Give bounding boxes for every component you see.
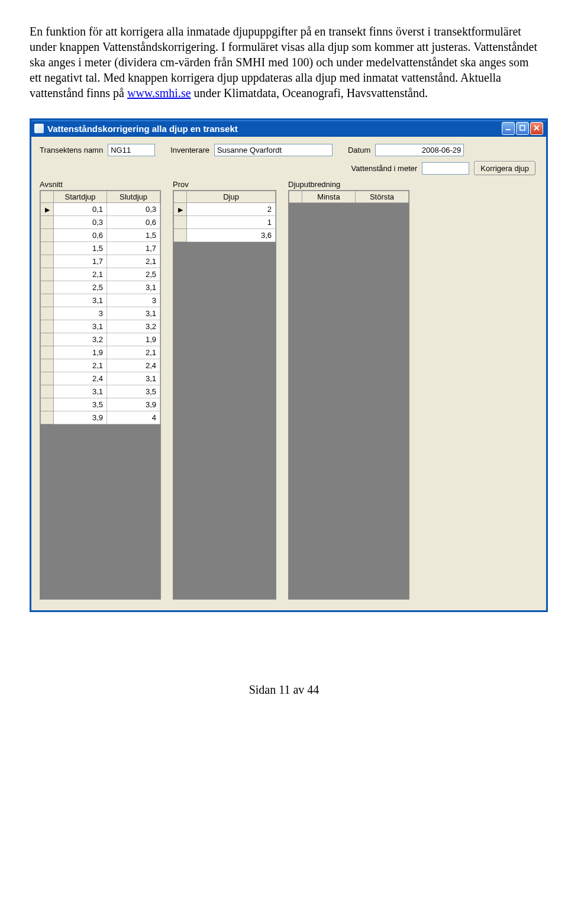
row-selector[interactable] [174,216,187,229]
cell[interactable]: 3 [107,294,160,307]
cell[interactable]: 3,1 [54,294,107,307]
table-row[interactable]: 0,61,5 [41,229,160,242]
cell[interactable]: 3,9 [107,398,160,411]
datum-input[interactable] [375,144,464,156]
row-selector[interactable] [41,320,54,333]
table-row[interactable]: 3,21,9 [41,333,160,346]
row-selector[interactable] [41,242,54,255]
cell[interactable]: 2,4 [54,372,107,385]
cell[interactable]: 1,9 [54,346,107,359]
cell[interactable]: 2,4 [107,359,160,372]
cell[interactable]: 0,6 [107,216,160,229]
row-selector[interactable] [41,411,54,424]
table-row[interactable]: 2,12,4 [41,359,160,372]
table-row[interactable]: 0,30,6 [41,216,160,229]
row-selector[interactable] [41,359,54,372]
cell[interactable]: 0,3 [107,203,160,216]
row-selector[interactable] [41,281,54,294]
cell[interactable]: 3,1 [107,372,160,385]
table-row[interactable]: 2,43,1 [41,372,160,385]
cell[interactable]: 1,5 [54,242,107,255]
smhi-link[interactable]: www.smhi.se [127,86,191,99]
maximize-button[interactable] [516,122,529,135]
row-selector[interactable] [41,398,54,411]
table-row[interactable]: 1,51,7 [41,242,160,255]
table-row[interactable]: 1,72,1 [41,255,160,268]
cell[interactable]: 2,5 [107,268,160,281]
table-row[interactable]: 3,13,5 [41,385,160,398]
avsnitt-grid-wrap: Avsnitt Startdjup Slutdjup ▶0,10,30,30,6… [40,180,161,600]
table-row[interactable]: ▶2 [174,203,276,216]
row-selector[interactable]: ▶ [41,203,54,216]
table-row[interactable]: 3,6 [174,229,276,242]
row-selector[interactable] [41,216,54,229]
paragraph-text-b: under Klimatdata, Oceanografi, Havsvatte… [191,86,428,99]
inventerare-input[interactable] [214,144,333,156]
row-selector[interactable] [41,385,54,398]
cell[interactable]: 1,9 [107,333,160,346]
table-row[interactable]: 3,13,2 [41,320,160,333]
table-row[interactable]: 2,53,1 [41,281,160,294]
cell[interactable]: 2,1 [54,359,107,372]
cell[interactable]: 1 [187,216,276,229]
close-button[interactable] [530,122,543,135]
row-selector[interactable] [41,307,54,320]
table-header-row: Minsta Största [289,191,409,203]
row-selector[interactable] [41,255,54,268]
djuputbredning-title: Djuputbredning [288,180,409,189]
row-selector[interactable] [174,229,187,242]
row-selector[interactable] [41,346,54,359]
cell[interactable]: 3,1 [54,320,107,333]
row-selector[interactable] [41,372,54,385]
cell[interactable]: 2,1 [107,346,160,359]
avsnitt-grid[interactable]: Startdjup Slutdjup ▶0,10,30,30,60,61,51,… [40,190,161,600]
row-selector[interactable] [41,294,54,307]
cell[interactable]: 1,7 [54,255,107,268]
djuputbredning-grid[interactable]: Minsta Största [288,190,409,600]
cell[interactable]: 3,9 [54,411,107,424]
djuputbredning-grid-wrap: Djuputbredning Minsta Största [288,180,409,600]
cell[interactable]: 2,5 [54,281,107,294]
cell[interactable]: 4 [107,411,160,424]
table-row[interactable]: ▶0,10,3 [41,203,160,216]
cell[interactable]: 2 [187,203,276,216]
minimize-button[interactable] [502,122,515,135]
row-selector[interactable] [41,229,54,242]
svg-rect-1 [520,125,525,130]
table-row[interactable]: 2,12,5 [41,268,160,281]
grids-container: Avsnitt Startdjup Slutdjup ▶0,10,30,30,6… [40,180,538,600]
maximize-icon [519,125,525,131]
table-row[interactable]: 1 [174,216,276,229]
cell[interactable]: 3,2 [107,320,160,333]
cell[interactable]: 3,1 [107,281,160,294]
vattenstand-input[interactable] [422,162,469,175]
cell[interactable]: 3 [54,307,107,320]
cell[interactable]: 2,1 [107,255,160,268]
cell[interactable]: 0,1 [54,203,107,216]
table-row[interactable]: 3,94 [41,411,160,424]
table-row[interactable]: 1,92,1 [41,346,160,359]
cell[interactable]: 0,3 [54,216,107,229]
table-row[interactable]: 33,1 [41,307,160,320]
table-row[interactable]: 3,53,9 [41,398,160,411]
cell[interactable]: 3,1 [107,307,160,320]
cell[interactable]: 0,6 [54,229,107,242]
prov-title: Prov [173,180,276,189]
titlebar: Vattenståndskorrigering alla djup en tra… [31,120,546,137]
korrigera-djup-button[interactable]: Korrigera djup [474,161,535,175]
row-selector[interactable] [41,333,54,346]
window-controls [502,122,543,135]
transekt-input[interactable] [108,144,155,156]
cell[interactable]: 3,1 [54,385,107,398]
cell[interactable]: 3,5 [54,398,107,411]
row-selector[interactable] [41,268,54,281]
cell[interactable]: 3,6 [187,229,276,242]
prov-grid[interactable]: Djup ▶213,6 [173,190,276,600]
cell[interactable]: 1,5 [107,229,160,242]
table-row[interactable]: 3,13 [41,294,160,307]
cell[interactable]: 2,1 [54,268,107,281]
row-selector[interactable]: ▶ [174,203,187,216]
cell[interactable]: 3,2 [54,333,107,346]
cell[interactable]: 3,5 [107,385,160,398]
cell[interactable]: 1,7 [107,242,160,255]
